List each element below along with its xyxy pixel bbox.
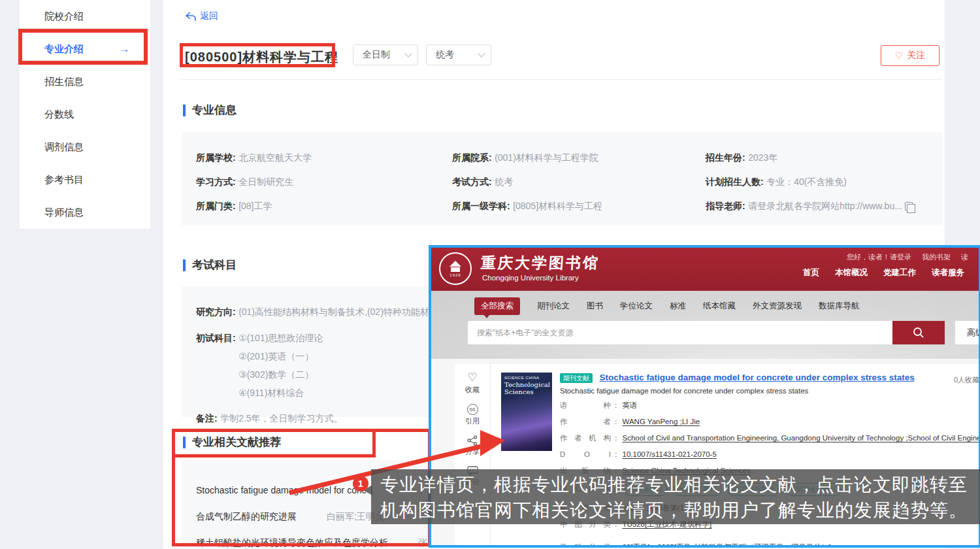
field-study-mode: 学习方式: 全日制研究生 bbox=[196, 176, 452, 188]
exam-select[interactable]: 统考 bbox=[426, 44, 491, 65]
subject-line: ①(101)思想政治理论 bbox=[238, 329, 323, 347]
meta-doi: D O I：10.1007/s11431-021-2070-5 bbox=[560, 450, 980, 459]
sidebar-item-school-intro[interactable]: 院校介绍 bbox=[20, 0, 150, 33]
mode-select[interactable]: 全日制 bbox=[353, 44, 418, 65]
section-title-exam-subjects: 考试科目 bbox=[183, 259, 237, 271]
quote-icon: 66 bbox=[467, 404, 478, 415]
nav-overview[interactable]: 本馆概况 bbox=[835, 267, 868, 278]
field-year: 招生年份: 2023年 bbox=[706, 152, 930, 164]
library-header: 1929 重庆大学图书馆 Chongqing University Librar… bbox=[431, 248, 979, 291]
sidebar-item-mentor-info[interactable]: 导师信息 bbox=[20, 196, 150, 229]
field-discipline: 所属一级学科: [0805]材料科学与工程 bbox=[452, 200, 706, 212]
sidebar-item-admission-info[interactable]: 招生信息 bbox=[20, 65, 150, 98]
follow-label: 关注 bbox=[907, 50, 925, 61]
field-school: 所属学校: 北京航空航天大学 bbox=[196, 152, 452, 164]
cover-publisher: SCIENCE CHINA bbox=[504, 376, 549, 380]
library-utility-nav: 您好，读者！请登录 我的书架 读 bbox=[847, 252, 968, 262]
login-link[interactable]: 您好，读者！请登录 bbox=[847, 252, 911, 262]
subject-line: ②(201)英语（一） bbox=[238, 347, 323, 365]
section-title-major-info: 专业信息 bbox=[183, 105, 237, 116]
follow-button[interactable]: ♡ 关注 bbox=[881, 45, 939, 66]
affiliation-link[interactable]: School of Civil and Transportation Engin… bbox=[623, 434, 980, 442]
back-label: 返回 bbox=[200, 10, 218, 22]
tab-paper-collection[interactable]: 纸本馆藏 bbox=[703, 301, 736, 312]
field-enrollment: 计划招生人数: 专业：40(不含推免) bbox=[706, 176, 930, 188]
meta-discipline: 学 科 分 类：08[工学]；0805[工学-材料科学与工程（可授工学、理学学位… bbox=[560, 543, 980, 548]
article-title-row: 期刊文献 Stochastic fatigue damage model for… bbox=[560, 371, 915, 383]
back-button[interactable]: 返回 bbox=[185, 10, 218, 22]
library-logo: 1929 bbox=[439, 252, 472, 285]
annotation-line2: 机构图书馆官网下相关论文详情页，帮助用户了解专业的发展趋势等。 bbox=[380, 497, 980, 523]
chevron-down-icon bbox=[478, 50, 485, 57]
field-exam-mode: 考试方式: 统考 bbox=[452, 176, 706, 188]
annotation-box-sidebar bbox=[18, 29, 148, 65]
subject-line: ③(302)数学（二） bbox=[238, 365, 323, 384]
tab-standard[interactable]: 标准 bbox=[670, 301, 686, 312]
step-1-badge: 1 bbox=[353, 476, 368, 491]
mode-select-value: 全日制 bbox=[363, 49, 390, 61]
advanced-search-button[interactable]: 高级检索 bbox=[955, 321, 980, 344]
annotation-bar: 专业详情页，根据专业代码推荐专业相关论文文献，点击论文即跳转至 机构图书馆官网下… bbox=[371, 469, 980, 524]
meta-authors: 作 者：WANG YanPeng ;LI Jie bbox=[560, 418, 980, 426]
tab-thesis[interactable]: 学位论文 bbox=[620, 301, 653, 312]
favorite-label: 收藏 bbox=[465, 385, 480, 395]
library-name: 重庆大学图书馆 bbox=[480, 253, 600, 273]
exam-select-value: 统考 bbox=[436, 49, 454, 61]
cite-action[interactable]: 66 引用 bbox=[465, 404, 480, 426]
nav-reader-service[interactable]: 读者服务 bbox=[932, 267, 964, 278]
reader-link[interactable]: 读 bbox=[961, 252, 968, 262]
favorites-count: 0人收藏 bbox=[954, 375, 979, 385]
annotation-box-title bbox=[180, 43, 335, 67]
copy-icon[interactable] bbox=[905, 202, 913, 210]
library-search-zone: 全部搜索 期刊论文 图书 学位论文 标准 纸本馆藏 外文资源发现 数据库导航 高… bbox=[431, 291, 979, 359]
nav-party[interactable]: 党建工作 bbox=[883, 267, 916, 278]
field-department: 所属院系: (001)材料科学与工程学院 bbox=[452, 152, 706, 164]
journal-article-badge: 期刊文献 bbox=[560, 373, 593, 383]
subject-line: ④(911)材料综合 bbox=[238, 384, 323, 402]
meta-language: 语 种：英语 bbox=[560, 401, 980, 410]
back-arrow-icon bbox=[185, 12, 196, 22]
heart-icon: ♡ bbox=[895, 50, 904, 61]
library-search-input[interactable] bbox=[468, 321, 892, 344]
field-category: 所属门类: [08]工学 bbox=[196, 200, 452, 212]
nav-home[interactable]: 首页 bbox=[803, 267, 819, 278]
tab-database-nav[interactable]: 数据库导航 bbox=[819, 301, 860, 312]
tab-books[interactable]: 图书 bbox=[587, 301, 603, 312]
sidebar-item-score-line[interactable]: 分数线 bbox=[20, 98, 150, 131]
library-search-tabs: 全部搜索 期刊论文 图书 学位论文 标准 纸本馆藏 外文资源发现 数据库导航 bbox=[474, 297, 860, 315]
library-main-nav: 首页 本馆概况 党建工作 读者服务 bbox=[803, 267, 964, 278]
search-icon bbox=[912, 326, 925, 339]
tab-foreign-discovery[interactable]: 外文资源发现 bbox=[753, 301, 802, 312]
library-name-en: Chongqing University Library bbox=[482, 274, 579, 282]
heart-icon: ♡ bbox=[467, 372, 477, 384]
annotation-line1: 专业详情页，根据专业代码推荐专业相关论文文献，点击论文即跳转至 bbox=[380, 472, 980, 497]
meta-affiliation: 作 者 机 构：School of Civil and Transportati… bbox=[560, 434, 980, 442]
author-link[interactable]: WANG YanPeng ;LI Jie bbox=[623, 418, 700, 425]
sidebar-item-reference-books[interactable]: 参考书目 bbox=[20, 163, 150, 196]
article-title-link[interactable]: Stochastic fatigue damage model for conc… bbox=[599, 373, 914, 382]
chevron-down-icon bbox=[404, 50, 412, 57]
article-subtitle: Stochastic fatigue damage model for conc… bbox=[560, 387, 808, 395]
cover-title: Technological Sciences bbox=[504, 381, 549, 395]
major-info-panel: 所属学校: 北京航空航天大学 所属院系: (001)材料科学与工程学院 招生年份… bbox=[182, 132, 942, 225]
tab-journal[interactable]: 期刊论文 bbox=[537, 301, 570, 312]
doi-link[interactable]: 10.1007/s11431-021-2070-5 bbox=[623, 450, 717, 458]
tab-all-search[interactable]: 全部搜索 bbox=[474, 297, 520, 315]
bookshelf-link[interactable]: 我的书架 bbox=[922, 252, 951, 262]
divider bbox=[180, 79, 942, 80]
favorite-action[interactable]: ♡ 收藏 bbox=[465, 372, 480, 395]
sidebar-item-transfer-info[interactable]: 调剂信息 bbox=[20, 131, 150, 163]
library-search-button[interactable] bbox=[892, 321, 945, 344]
field-mentor: 指导老师: 请登录北航各学院网站http://www.bu... bbox=[706, 200, 930, 212]
